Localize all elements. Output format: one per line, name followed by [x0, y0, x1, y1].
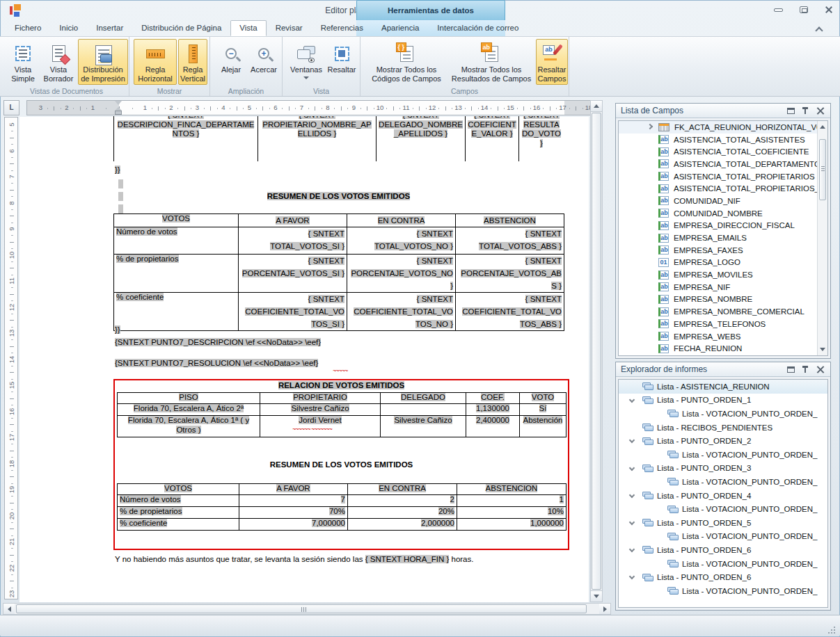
field-list-item[interactable]: EMPRESA_EMAILS: [619, 232, 827, 244]
closing-line[interactable]: Y no habiendo más asuntos que tratar, se…: [115, 555, 581, 563]
mostrar-resultados-button[interactable]: Mostrar Todos los Resultados de Campos: [448, 39, 534, 85]
scroll-up-button[interactable]: [591, 101, 602, 112]
scroll-down-button[interactable]: [591, 590, 602, 602]
table-cell[interactable]: 7,000000: [239, 519, 348, 531]
report-tree-item[interactable]: Lista - ASISTENCIA_REUNION: [619, 380, 827, 394]
table-cell[interactable]: [381, 404, 466, 416]
field-list-item[interactable]: FK_ACTA_REUNION_HORIZONTAL_VOT...: [619, 121, 827, 134]
vista-simple-button[interactable]: Vista Simple: [7, 39, 39, 85]
report-tree-item[interactable]: Lista - RECIBOS_PENDIENTES: [619, 421, 827, 435]
table-cell[interactable]: Florida 70, Escalera A, Ático 1ª ( y Otr…: [118, 416, 260, 437]
report-tree-item[interactable]: Lista - PUNTO_ORDEN_1: [619, 394, 827, 408]
scroll-left-button[interactable]: [3, 604, 15, 614]
table-cell[interactable]: % coeficiente: [118, 519, 239, 531]
collapse-arrow-icon[interactable]: [629, 574, 635, 579]
collapse-arrow-icon[interactable]: [629, 547, 635, 552]
pin-panel-icon[interactable]: [801, 366, 810, 373]
tab-insertar[interactable]: Insertar: [87, 20, 132, 36]
resaltar-campos-button[interactable]: Resaltar Campos: [536, 39, 568, 85]
horizontal-scrollbar[interactable]: [3, 603, 611, 615]
report-tree-item[interactable]: Lista - PUNTO_ORDEN_2: [619, 434, 827, 448]
pin-panel-icon[interactable]: [801, 107, 810, 115]
table-cell[interactable]: { SNTEXT PORCENTAJE_VOTOS_ABS }: [456, 255, 564, 293]
report-tree-item[interactable]: Lista - VOTACION_PUNTO_ORDEN_: [619, 584, 827, 598]
table-cell[interactable]: { SNTEXT PORCENTAJE_VOTOS_NO }: [347, 255, 456, 293]
acercar-button[interactable]: Acercar: [248, 39, 280, 85]
table-cell[interactable]: 1,000000: [457, 519, 566, 531]
table-cell[interactable]: 20%: [348, 507, 457, 519]
field-list-item[interactable]: ASISTENCIA_TOTAL_COEFICIENTE: [619, 145, 827, 158]
float-panel-icon[interactable]: [787, 366, 795, 373]
header-cell[interactable]: VOTOS: [114, 214, 239, 227]
report-tree-item[interactable]: Lista - VOTACION_PUNTO_ORDEN_: [619, 448, 827, 462]
table-cell[interactable]: { SNTEXT RESULTADO_VOTO }: [519, 116, 564, 161]
header-cell[interactable]: COEF.: [466, 393, 520, 404]
table-cell[interactable]: 10%: [457, 507, 566, 519]
table-cell[interactable]: Abstención: [520, 416, 566, 437]
header-cell[interactable]: PISO: [118, 393, 260, 404]
table-cell[interactable]: { SNTEXT TOTAL_VOTOS_NO }: [347, 227, 456, 255]
table-cell[interactable]: { SNTEXT COEFICIENTE_TOTAL_VOTOS_SI }: [239, 293, 347, 331]
header-cell[interactable]: DELEGADO: [381, 393, 466, 404]
tab-intercalacion-de-correo[interactable]: Intercalación de correo: [428, 20, 528, 36]
field-list-item[interactable]: EMPRESA_NOMBRE: [619, 293, 827, 306]
field-list-item[interactable]: EMPRESA_NOMBRE_COMERCIAL: [619, 305, 827, 318]
table-cell[interactable]: 2: [348, 495, 457, 507]
table-cell[interactable]: % de propietarios: [118, 507, 239, 519]
regla-horizontal-button[interactable]: Regla Horizontal: [134, 39, 177, 85]
vertical-scrollbar[interactable]: [590, 100, 603, 602]
report-tree-item[interactable]: Lista - PUNTO_ORDEN_6: [619, 543, 827, 557]
collapse-arrow-icon[interactable]: [629, 492, 635, 498]
header-cell[interactable]: A FAVOR: [239, 214, 347, 227]
field-list-item[interactable]: EMPRESA_WEBS: [619, 330, 827, 343]
vertical-scroll-thumb[interactable]: [592, 113, 601, 590]
scroll-right-button[interactable]: [599, 604, 610, 614]
field-list-item[interactable]: EMPRESA_FAXES: [619, 244, 827, 257]
table-cell[interactable]: Silvestre Cañizo: [260, 404, 381, 416]
header-cell[interactable]: VOTOS: [118, 484, 239, 495]
table-cell[interactable]: Número de votos: [114, 227, 239, 255]
field-list-item[interactable]: EMPRESA_MOVILES: [619, 268, 827, 281]
tab-revisar[interactable]: Revisar: [267, 20, 312, 36]
ventanas-button[interactable]: Ventanas: [288, 39, 324, 85]
table-cell[interactable]: { SNTEXT COEFICIENTE_TOTAL_VOTOS_ABS }: [456, 293, 564, 331]
field-list-item[interactable]: COMUNIDAD_NIF: [619, 195, 827, 207]
report-tree-item[interactable]: Lista - PUNTO_ORDEN_3: [619, 462, 827, 476]
field-list-item[interactable]: EMPRESA_DIRECCION_FISCAL: [619, 220, 827, 232]
table-cell[interactable]: { SNTEXT PORCENTAJE_VOTOS_SI }: [239, 255, 347, 293]
resaltar-button[interactable]: Resaltar: [326, 39, 358, 85]
report-tree-item[interactable]: Lista - PUNTO_ORDEN_4: [619, 489, 827, 503]
expand-arrow-icon[interactable]: [647, 124, 653, 129]
table-cell[interactable]: 70%: [239, 507, 348, 519]
report-tree-item[interactable]: Lista - VOTACION_PUNTO_ORDEN_: [619, 530, 827, 544]
report-tree-item[interactable]: Lista - PUNTO_ORDEN_6: [619, 570, 827, 584]
table-cell[interactable]: { SNTEXT TOTAL_VOTOS_SI }: [239, 227, 347, 255]
header-cell[interactable]: VOTO: [520, 393, 566, 404]
close-panel-icon[interactable]: [816, 107, 825, 115]
table-cell[interactable]: Silvestre Cañizo: [381, 416, 466, 437]
table-cell[interactable]: { SNTEXT DELEGADO_NOMBRE_APELLIDOS }: [377, 116, 466, 161]
relacion-title[interactable]: RELACION DE VOTOS EMITIDOS: [115, 381, 568, 389]
mostrar-codigos-button[interactable]: Mostrar Todos los Códigos de Campos: [366, 39, 447, 85]
field-list-item[interactable]: ASISTENCIA_TOTAL_ASISTENTES: [619, 134, 827, 146]
indent-marker[interactable]: [114, 101, 122, 115]
table-cell[interactable]: { SNTEXT TOTAL_VOTOS_ABS }: [456, 227, 564, 255]
table-cell[interactable]: 7: [239, 495, 348, 507]
header-cell[interactable]: PROPIETARIO: [260, 393, 381, 404]
table-cell[interactable]: 1: [457, 495, 566, 507]
field-list-item[interactable]: ASISTENCIA_TOTAL_DEPARTAMENTOS_...: [619, 158, 827, 170]
header-cell[interactable]: EN CONTRA: [347, 214, 456, 227]
field-list-item[interactable]: EMPRESA_NIF: [619, 281, 827, 293]
field-list-item[interactable]: EMPRESA_TELEFONOS: [619, 318, 827, 330]
field-list-item[interactable]: FECHA_REUNION: [619, 342, 827, 355]
regla-vertical-button[interactable]: Regla Vertical: [178, 39, 207, 85]
collapse-arrow-icon[interactable]: [629, 437, 635, 443]
report-tree-item[interactable]: Lista - VOTACION_PUNTO_ORDEN_: [619, 407, 827, 421]
fields-scroll-thumb[interactable]: [819, 139, 826, 200]
tab-vista[interactable]: Vista: [230, 20, 266, 36]
tab-distribucion-de-pagina[interactable]: Distribución de Página: [132, 20, 230, 36]
float-panel-icon[interactable]: [787, 108, 795, 114]
report-tree-item[interactable]: Lista - VOTACION_PUNTO_ORDEN_: [619, 502, 827, 516]
table-cell[interactable]: { SNTEXT PROPIETARIO_NOMBRE_APELLIDOS }: [258, 116, 377, 161]
resize-grip[interactable]: [827, 625, 835, 634]
